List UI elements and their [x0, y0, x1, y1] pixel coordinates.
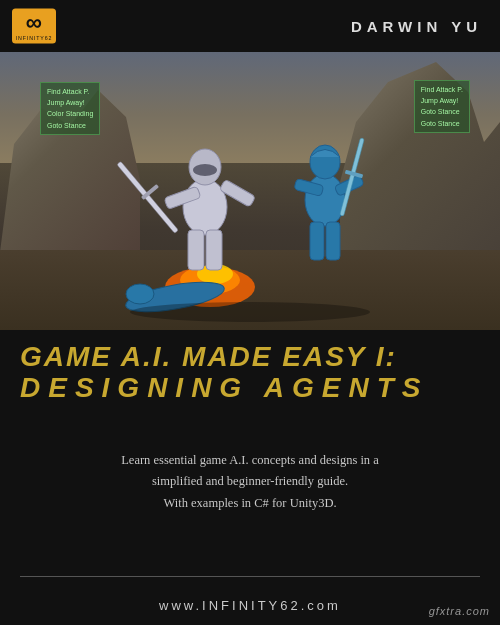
game-scene: Find Attack P. Jump Away! Color Standing…: [0, 52, 500, 330]
svg-text:INFINITY62: INFINITY62: [16, 35, 53, 41]
book-cover: ∞ INFINITY62 DARWIN YU Find Attack P. Ju…: [0, 0, 500, 625]
title-line2: DESIGNING AGENTS: [20, 373, 480, 404]
watermark-text: gfxtra.com: [429, 605, 490, 617]
infinity-logo-icon: ∞ INFINITY62: [12, 7, 56, 45]
subtitle-area: Learn essential game A.I. concepts and d…: [0, 450, 500, 514]
watermark: gfxtra.com: [429, 605, 490, 617]
title-line1: GAME A.I. MADE EASY I:: [20, 342, 480, 373]
svg-text:∞: ∞: [26, 9, 42, 35]
subtitle-text: Learn essential game A.I. concepts and d…: [30, 450, 470, 514]
title-area: GAME A.I. MADE EASY I: DESIGNING AGENTS: [0, 330, 500, 412]
website-bar: www.INFINITY62.com: [0, 598, 500, 613]
svg-rect-10: [206, 230, 222, 270]
logo-area: ∞ INFINITY62: [12, 7, 56, 45]
svg-point-24: [126, 284, 154, 304]
subtitle-line3: With examples in C# for Unity3D.: [163, 496, 336, 510]
svg-point-25: [130, 302, 370, 322]
bottom-divider: [20, 576, 480, 577]
svg-point-15: [305, 174, 345, 226]
subtitle-line1: Learn essential game A.I. concepts and d…: [121, 453, 379, 467]
website-text: www.INFINITY62.com: [159, 598, 341, 613]
characters-svg: [0, 52, 500, 330]
svg-point-8: [193, 164, 217, 176]
svg-rect-18: [326, 222, 340, 260]
subtitle-line2: simplified and beginner-friendly guide.: [152, 474, 348, 488]
top-bar: ∞ INFINITY62 DARWIN YU: [0, 0, 500, 52]
svg-rect-9: [188, 230, 204, 270]
svg-rect-17: [310, 222, 324, 260]
author-name: DARWIN YU: [351, 18, 482, 35]
